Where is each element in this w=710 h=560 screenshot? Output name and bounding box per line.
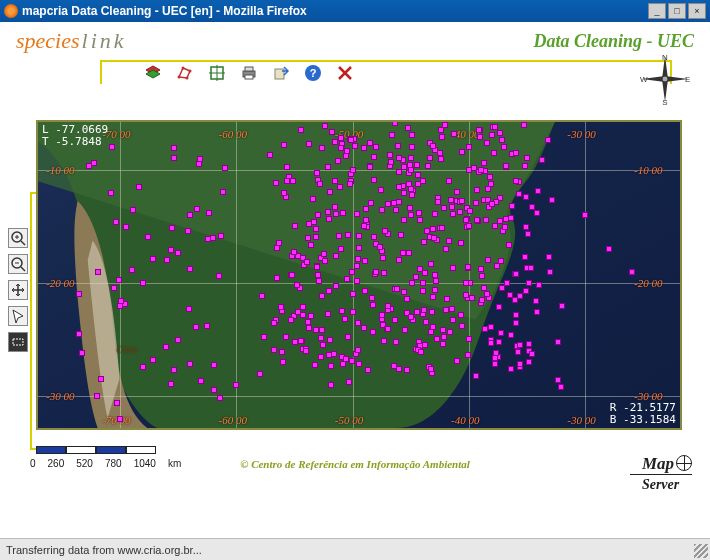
data-point: [185, 228, 191, 234]
data-point: [523, 288, 529, 294]
data-point: [428, 261, 434, 267]
data-point: [211, 362, 217, 368]
data-point: [478, 266, 484, 272]
identify-button[interactable]: [8, 306, 28, 326]
data-point: [401, 217, 407, 223]
data-point: [629, 269, 635, 275]
data-point: [513, 320, 519, 326]
data-point: [513, 150, 519, 156]
data-point: [430, 143, 436, 149]
resize-grip[interactable]: [694, 544, 708, 558]
data-point: [206, 210, 212, 216]
data-point: [361, 223, 367, 229]
data-point: [395, 143, 401, 149]
data-point: [336, 233, 342, 239]
data-point: [325, 164, 331, 170]
data-point: [79, 350, 85, 356]
data-point: [479, 273, 485, 279]
data-point: [466, 223, 472, 229]
data-point: [546, 254, 552, 260]
data-point: [108, 190, 114, 196]
data-point: [516, 191, 522, 197]
data-point: [463, 292, 469, 298]
data-point: [344, 276, 350, 282]
data-point: [396, 155, 402, 161]
full-extent-icon[interactable]: [208, 64, 226, 82]
maximize-button[interactable]: □: [668, 3, 686, 19]
data-point: [171, 155, 177, 161]
species-link-logo: specieslink: [16, 28, 127, 54]
data-point: [318, 354, 324, 360]
data-point: [76, 331, 82, 337]
data-point: [388, 159, 394, 165]
data-point: [319, 145, 325, 151]
data-point: [98, 376, 104, 382]
data-point: [449, 306, 455, 312]
data-point: [76, 291, 82, 297]
zoom-in-button[interactable]: [8, 228, 28, 248]
data-point: [451, 131, 457, 137]
data-point: [483, 217, 489, 223]
svg-line-29: [21, 267, 25, 271]
data-point: [489, 201, 495, 207]
close-icon[interactable]: [336, 64, 354, 82]
data-point: [385, 303, 391, 309]
data-point: [373, 144, 379, 150]
data-point: [350, 309, 356, 315]
data-point: [545, 137, 551, 143]
data-point: [547, 269, 553, 275]
data-point: [196, 161, 202, 167]
data-point: [517, 361, 523, 367]
data-point: [290, 178, 296, 184]
data-point: [314, 264, 320, 270]
pan-button[interactable]: [8, 280, 28, 300]
data-point: [332, 178, 338, 184]
data-point: [396, 366, 402, 372]
data-point: [499, 137, 505, 143]
lon-label: -60 00: [218, 414, 246, 426]
minimize-button[interactable]: _: [648, 3, 666, 19]
data-point: [361, 145, 367, 151]
data-point: [446, 178, 452, 184]
lon-label: -60 00: [218, 128, 246, 140]
svg-point-2: [662, 76, 668, 82]
map-canvas[interactable]: -70 00-70 00-60 00-60 00-50 00-50 00-40 …: [36, 120, 682, 430]
lon-label: -40 00: [451, 414, 479, 426]
data-point: [473, 373, 479, 379]
select-button[interactable]: [8, 332, 28, 352]
polygon-icon[interactable]: [176, 64, 194, 82]
data-point: [482, 326, 488, 332]
data-point: [354, 263, 360, 269]
data-point: [526, 359, 532, 365]
data-point: [466, 167, 472, 173]
data-point: [525, 231, 531, 237]
data-point: [305, 319, 311, 325]
data-point: [379, 312, 385, 318]
print-icon[interactable]: [240, 64, 258, 82]
data-point: [463, 217, 469, 223]
data-point: [117, 416, 123, 422]
firefox-icon: [4, 4, 18, 18]
help-icon[interactable]: ?: [304, 64, 322, 82]
data-point: [273, 180, 279, 186]
zoom-out-button[interactable]: [8, 254, 28, 274]
data-point: [474, 187, 480, 193]
data-point: [433, 278, 439, 284]
data-point: [335, 158, 341, 164]
data-point: [369, 295, 375, 301]
data-point: [338, 246, 344, 252]
data-point: [549, 197, 555, 203]
data-point: [175, 250, 181, 256]
data-point: [111, 285, 117, 291]
data-point: [171, 367, 177, 373]
data-point: [459, 198, 465, 204]
data-point: [409, 132, 415, 138]
layers-icon[interactable]: [144, 64, 162, 82]
export-icon[interactable]: [272, 64, 290, 82]
data-point: [385, 201, 391, 207]
data-point: [168, 247, 174, 253]
data-point: [493, 350, 499, 356]
close-window-button[interactable]: ×: [688, 3, 706, 19]
data-point: [417, 217, 423, 223]
svg-point-10: [182, 67, 185, 70]
